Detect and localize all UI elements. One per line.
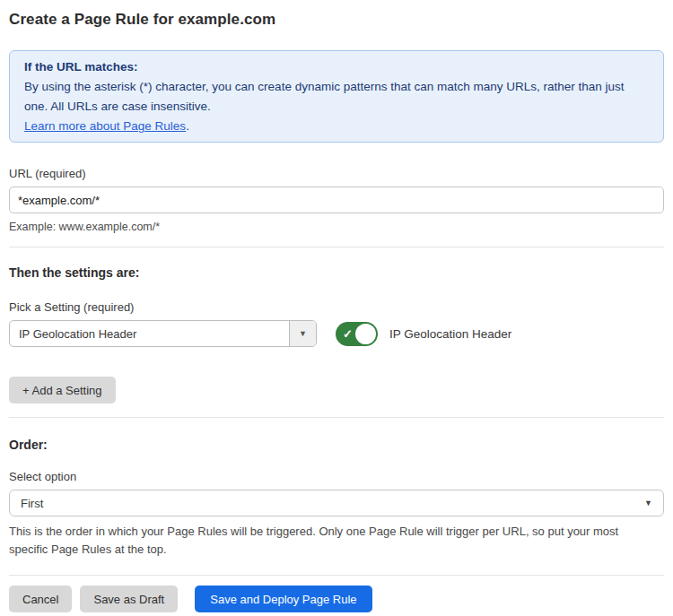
save-deploy-button[interactable]: Save and Deploy Page Rule xyxy=(195,586,371,612)
setting-row: IP Geolocation Header ▼ ✓ IP Geolocation… xyxy=(9,320,664,347)
order-section-heading: Order: xyxy=(9,438,664,452)
info-box-heading: If the URL matches: xyxy=(24,57,649,77)
url-input[interactable] xyxy=(9,187,664,213)
pick-setting-label: Pick a Setting (required) xyxy=(9,300,664,314)
page-rule-form: Create a Page Rule for example.com If th… xyxy=(0,0,673,616)
divider xyxy=(9,417,664,418)
setting-select[interactable]: IP Geolocation Header ▼ xyxy=(9,320,317,347)
save-draft-button[interactable]: Save as Draft xyxy=(80,586,178,612)
caret-down-icon: ▼ xyxy=(644,499,652,508)
footer-actions: Cancel Save as Draft Save and Deploy Pag… xyxy=(9,586,664,612)
toggle-knob xyxy=(355,324,376,344)
order-select[interactable]: First ▼ xyxy=(9,490,664,516)
caret-down-icon[interactable]: ▼ xyxy=(289,321,316,346)
order-select-value: First xyxy=(21,497,43,510)
url-example-helper: Example: www.example.com/* xyxy=(9,221,664,233)
check-icon: ✓ xyxy=(343,328,353,340)
divider xyxy=(9,575,664,576)
setting-select-value: IP Geolocation Header xyxy=(10,321,289,346)
divider xyxy=(9,247,664,247)
page-title: Create a Page Rule for example.com xyxy=(9,11,664,29)
add-setting-button[interactable]: + Add a Setting xyxy=(9,377,116,403)
toggle-label: IP Geolocation Header xyxy=(389,327,511,341)
link-period: . xyxy=(186,119,189,133)
url-field-label: URL (required) xyxy=(9,167,664,180)
order-helper-text: This is the order in which your Page Rul… xyxy=(9,523,659,559)
settings-section-heading: Then the settings are: xyxy=(9,265,664,280)
cancel-button[interactable]: Cancel xyxy=(9,586,72,612)
url-match-info-box: If the URL matches: By using the asteris… xyxy=(9,50,664,143)
ip-geolocation-toggle[interactable]: ✓ xyxy=(336,322,378,346)
info-box-body: By using the asterisk (*) character, you… xyxy=(24,77,649,117)
info-box-link-line: Learn more about Page Rules. xyxy=(24,117,649,136)
learn-more-link[interactable]: Learn more about Page Rules xyxy=(24,119,186,133)
order-select-label: Select option xyxy=(9,470,664,483)
